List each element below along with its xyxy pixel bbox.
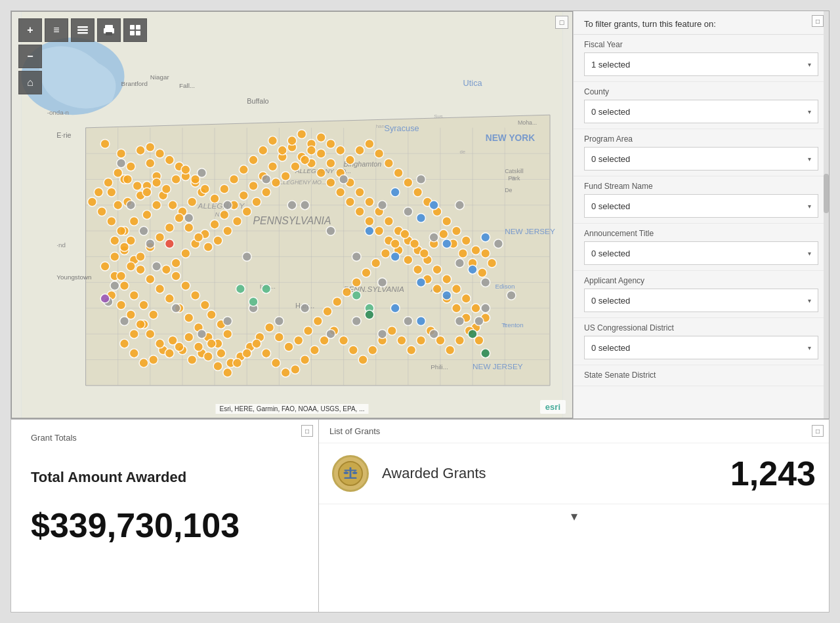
svg-text:De: De — [505, 187, 512, 193]
list-of-grants-panel: □ List of Grants — [319, 420, 830, 613]
filter-section-fiscal-year: Fiscal Year 1 selected ▾ — [574, 35, 829, 82]
award-icon — [332, 455, 369, 492]
svg-text:PENN.SYLVANIA: PENN.SYLVANIA — [344, 285, 404, 293]
svg-rect-385 — [130, 31, 135, 35]
svg-text:de: de — [459, 149, 465, 155]
svg-text:ALLEGHENY MO...: ALLEGHENY MO... — [295, 167, 351, 174]
filter-section-us-congressional-district: US Congressional District 0 selected ▾ — [574, 318, 829, 365]
svg-text:han: han — [376, 123, 385, 129]
toolbar-row-3: ⌂ — [18, 71, 147, 94]
list-content-row: Awarded Grants 1,243 — [319, 443, 829, 504]
print-button[interactable] — [97, 18, 121, 42]
filter-value-program-area: 0 selected — [591, 154, 630, 164]
svg-text:NEW JERSEY: NEW JERSEY — [472, 362, 523, 371]
chevron-row: ▾ — [319, 504, 829, 528]
svg-text:T.: T. — [503, 323, 507, 329]
total-amount-value: $339,730,103 — [31, 506, 299, 545]
chevron-down-icon: ▾ — [808, 203, 811, 210]
filter-section-announcement-title: Announcement Title 0 selected ▾ — [574, 224, 829, 271]
filter-dropdown-us-congressional-district[interactable]: 0 selected ▾ — [584, 336, 818, 359]
filter-label-program-area: Program Area — [584, 134, 818, 144]
svg-text:NAT: NAT — [215, 211, 228, 218]
filter-dropdown-announcement-title[interactable]: 0 selected ▾ — [584, 241, 818, 265]
svg-text:Harr...: Harr... — [295, 302, 314, 310]
filter-header-text: To filter grants, turn this feature on: — [584, 19, 716, 29]
filter-section-county: County 0 selected ▾ — [574, 82, 829, 129]
scrollbar-thumb[interactable] — [824, 174, 829, 213]
filter-label-fiscal-year: Fiscal Year — [584, 40, 818, 49]
filter-value-fiscal-year: 1 selected — [591, 60, 630, 70]
grant-totals-maximize-button[interactable]: □ — [301, 425, 313, 437]
svg-text:-onda·n: -onda·n — [47, 109, 69, 116]
toolbar-row-1: + ≡ — [18, 18, 147, 42]
map-attribution: Esri, HERE, Garmin, FAO, NOAA, USGS, EPA… — [216, 404, 369, 414]
svg-text:Phili...: Phili... — [430, 363, 448, 371]
svg-text:Park: Park — [508, 175, 520, 182]
filter-dropdown-fiscal-year[interactable]: 1 selected ▾ — [584, 52, 818, 76]
filter-maximize-button[interactable]: □ — [812, 15, 824, 27]
toolbar-row-2: − — [18, 45, 147, 68]
map-toolbar: + ≡ — [18, 18, 147, 94]
awarded-grants-count: 1,243 — [730, 454, 816, 493]
svg-text:Utica: Utica — [463, 78, 483, 88]
svg-rect-383 — [130, 25, 135, 30]
chevron-down-icon: ▾ — [808, 108, 811, 115]
chevron-down-icon: ▾ — [808, 250, 811, 257]
svg-rect-389 — [345, 477, 357, 479]
filter-value-county: 0 selected — [591, 107, 630, 117]
filter-label-applicant-agency: Applicant Agency — [584, 276, 818, 285]
svg-text:Edison: Edison — [495, 283, 515, 290]
home-button[interactable]: ⌂ — [18, 71, 42, 94]
list-header-bar: List of Grants — [319, 420, 829, 443]
chevron-down-icon: ▾ — [808, 155, 811, 163]
chevron-down-icon: ▾ — [808, 297, 811, 304]
svg-text:ALLEGHENY: ALLEGHENY — [198, 201, 245, 210]
svg-text:Buffalo: Buffalo — [247, 97, 268, 105]
svg-text:Catskill: Catskill — [505, 168, 523, 174]
filter-dropdown-county[interactable]: 0 selected ▾ — [584, 100, 818, 123]
svg-rect-386 — [136, 31, 140, 35]
chevron-down-icon[interactable]: ▾ — [571, 508, 578, 524]
grant-totals-title: Grant Totals — [31, 433, 299, 443]
svg-rect-382 — [111, 30, 113, 31]
layers-button[interactable] — [71, 18, 94, 42]
filter-label-state-senate-district: State Senate District — [584, 371, 818, 380]
filter-value-applicant-agency: 0 selected — [591, 296, 630, 306]
filter-dropdown-fund-stream-name[interactable]: 0 selected ▾ — [584, 194, 818, 218]
filter-value-fund-stream-name: 0 selected — [591, 201, 630, 211]
scrollbar[interactable] — [824, 11, 829, 418]
svg-text:E·rie: E·rie — [56, 131, 71, 139]
svg-text:·nd: ·nd — [56, 241, 66, 249]
map-maximize-button[interactable]: □ — [555, 16, 568, 29]
apps-button[interactable] — [123, 18, 147, 42]
zoom-in-button[interactable]: + — [18, 18, 42, 42]
top-row: PENNSYLVANIA ALLEGHENY NAT Syracuse Utic… — [10, 10, 830, 419]
filter-header: To filter grants, turn this feature on: — [574, 11, 829, 35]
bottom-row: □ Grant Totals Total Amount Awarded $339… — [10, 419, 830, 613]
filter-dropdown-program-area[interactable]: 0 selected ▾ — [584, 147, 818, 171]
svg-rect-390 — [345, 470, 357, 471]
svg-text:Alle...: Alle... — [430, 286, 447, 293]
svg-text:Youngstown: Youngstown — [56, 273, 91, 281]
svg-text:PENNSYLVANIA: PENNSYLVANIA — [253, 215, 331, 226]
awarded-grants-label: Awarded Grants — [382, 465, 730, 482]
filter-label-fund-stream-name: Fund Stream Name — [584, 182, 818, 191]
chevron-down-icon: ▾ — [808, 61, 811, 68]
app-container: PENNSYLVANIA ALLEGHENY NAT Syracuse Utic… — [0, 0, 840, 623]
zoom-out-button[interactable]: − — [18, 45, 42, 68]
svg-rect-376 — [77, 26, 88, 28]
filter-value-us-congressional-district: 0 selected — [591, 343, 630, 353]
svg-rect-378 — [77, 32, 88, 34]
map-panel: PENNSYLVANIA ALLEGHENY NAT Syracuse Utic… — [11, 11, 573, 418]
svg-text:ALLEGHENY MO...NS: ALLEGHENY MO...NS — [275, 179, 334, 186]
list-button[interactable]: ≡ — [45, 18, 68, 42]
filter-section-program-area: Program Area 0 selected ▾ — [574, 129, 829, 176]
list-of-grants-maximize-button[interactable]: □ — [812, 425, 824, 437]
chevron-down-icon: ▾ — [808, 344, 811, 352]
filter-label-announcement-title: Announcement Title — [584, 229, 818, 238]
filter-section-state-senate-district: State Senate District — [574, 365, 829, 386]
svg-rect-381 — [106, 32, 112, 35]
svg-text:NEW YORK: NEW YORK — [486, 133, 535, 143]
filter-value-announcement-title: 0 selected — [591, 249, 630, 258]
filter-dropdown-applicant-agency[interactable]: 0 selected ▾ — [584, 289, 818, 312]
